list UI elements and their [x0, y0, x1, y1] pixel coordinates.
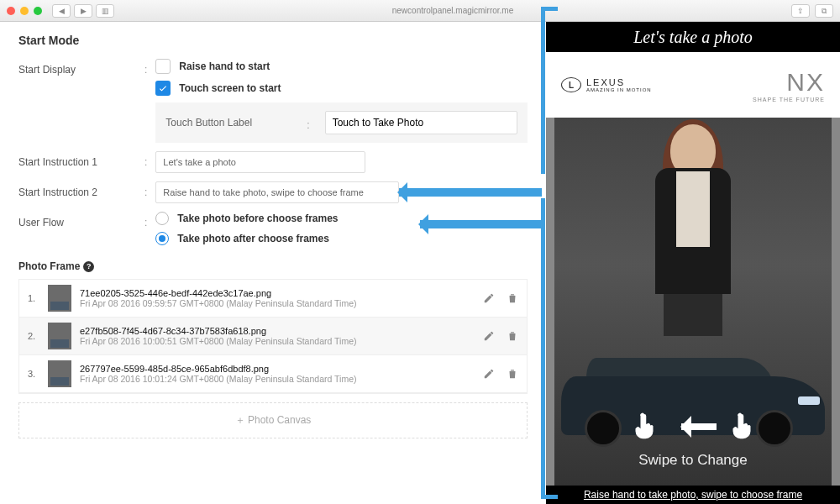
help-icon[interactable]: ?	[83, 261, 94, 272]
start-display-label: Start Display	[18, 59, 144, 143]
edit-icon[interactable]	[483, 292, 495, 304]
close-window-icon[interactable]	[7, 7, 15, 15]
preview-bottom-text: Raise hand to take photo, swipe to choos…	[546, 486, 840, 504]
lexus-logo: L LEXUS AMAZING IN MOTION	[561, 77, 652, 92]
frame-filename: 267797ee-5599-485d-85ce-965abf6dbdf8.png	[80, 364, 475, 374]
delete-icon[interactable]	[507, 330, 518, 342]
annotation-connector	[541, 7, 545, 174]
photo-frame-label: Photo Frame	[18, 260, 80, 272]
frame-row[interactable]: 2. e27fb508-7f45-4d67-8c34-37b7583fa618.…	[19, 318, 527, 355]
edit-icon[interactable]	[483, 368, 495, 380]
frame-thumbnail	[48, 285, 71, 312]
edit-icon[interactable]	[483, 330, 495, 342]
check-icon	[158, 83, 168, 93]
raise-hand-checkbox[interactable]	[155, 59, 171, 74]
preview-top-text: Let's take a photo	[546, 22, 840, 52]
annotation-connector	[541, 198, 545, 499]
hand-icon	[727, 410, 757, 444]
hand-icon	[629, 410, 659, 444]
user-flow-label: User Flow	[18, 212, 144, 252]
frame-date: Fri Apr 08 2016 10:01:24 GMT+0800 (Malay…	[80, 374, 475, 384]
frame-date: Fri Apr 08 2016 10:00:51 GMT+0800 (Malay…	[80, 336, 475, 346]
touch-button-caption: Touch Button Label	[165, 117, 300, 129]
browser-titlebar: ◀ ▶ ▥ newcontrolpanel.magicmirror.me ⇪ ⧉	[0, 0, 840, 22]
frame-thumbnail	[48, 360, 71, 387]
add-photo-canvas-button[interactable]: ＋ Photo Canvas	[18, 402, 528, 438]
swipe-text: Swipe to Change	[554, 452, 832, 469]
minimize-window-icon[interactable]	[20, 7, 29, 15]
instruction2-label: Start Instruction 2	[18, 181, 144, 203]
forward-button[interactable]: ▶	[74, 4, 92, 18]
flow-after-radio[interactable]	[155, 232, 169, 245]
back-button[interactable]: ◀	[52, 4, 71, 18]
frame-row[interactable]: 3. 267797ee-5599-485d-85ce-965abf6dbdf8.…	[19, 355, 527, 393]
maximize-window-icon[interactable]	[34, 7, 42, 15]
flow-before-label: Take photo before choose frames	[177, 213, 338, 224]
touch-screen-checkbox[interactable]	[155, 81, 171, 96]
frame-list: 1. 71ee0205-3525-446e-bedf-442ede3c17ae.…	[18, 279, 528, 394]
section-title: Start Mode	[18, 34, 528, 47]
preview-panel: Let's take a photo L LEXUS AMAZING IN MO…	[546, 22, 840, 504]
touch-button-subpanel: Touch Button Label :	[155, 102, 528, 143]
tabs-button[interactable]: ⧉	[815, 4, 833, 18]
frame-row[interactable]: 1. 71ee0205-3525-446e-bedf-442ede3c17ae.…	[19, 280, 527, 318]
delete-icon[interactable]	[507, 292, 518, 304]
annotation-arrow	[399, 188, 542, 197]
instruction2-input[interactable]	[155, 181, 399, 203]
instruction1-label: Start Instruction 1	[18, 151, 144, 173]
frame-filename: 71ee0205-3525-446e-bedf-442ede3c17ae.png	[80, 288, 475, 298]
control-panel: Start Mode Start Display : Raise hand to…	[0, 22, 546, 504]
touch-screen-label: Touch screen to start	[179, 82, 281, 94]
flow-before-radio[interactable]	[155, 212, 169, 225]
frame-thumbnail	[48, 323, 71, 349]
annotation-arrow	[420, 220, 542, 228]
touch-button-input[interactable]	[325, 111, 517, 134]
annotation-connector	[541, 495, 558, 499]
annotation-connector	[541, 7, 558, 11]
nx-logo: NX SHAPE THE FUTURE	[753, 68, 825, 102]
lexus-emblem-icon: L	[561, 77, 581, 92]
sidebar-button[interactable]: ▥	[96, 4, 114, 18]
frame-filename: e27fb508-7f45-4d67-8c34-37b7583fa618.png	[80, 326, 475, 336]
delete-icon[interactable]	[507, 368, 518, 380]
address-bar[interactable]: newcontrolpanel.magicmirror.me	[119, 6, 786, 15]
plus-icon: ＋	[235, 414, 245, 426]
instruction1-input[interactable]	[155, 151, 365, 173]
frame-date: Fri Apr 08 2016 09:59:57 GMT+0800 (Malay…	[80, 298, 475, 308]
traffic-lights	[7, 7, 42, 15]
flow-after-label: Take photo after choose frames	[177, 233, 329, 244]
arrow-left-icon	[669, 419, 717, 434]
preview-photo: Swipe to Change	[554, 118, 832, 486]
raise-hand-label: Raise hand to start	[179, 60, 270, 72]
share-button[interactable]: ⇪	[791, 4, 810, 18]
